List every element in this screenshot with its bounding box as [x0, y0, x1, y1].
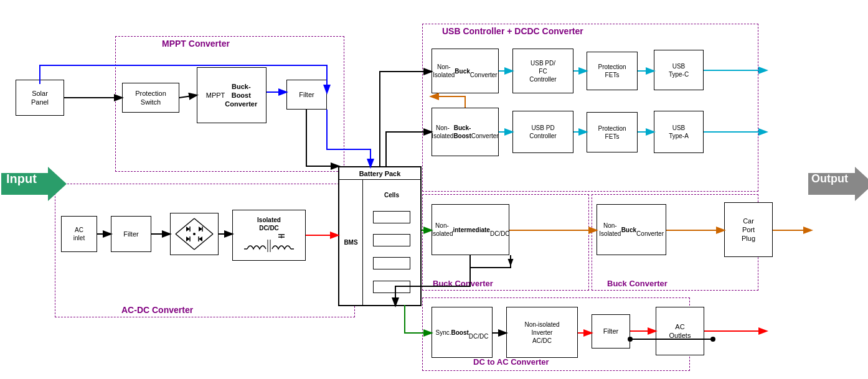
acdc-region-label: AC-DC Converter	[121, 305, 193, 315]
filter-mid-block: Filter	[111, 216, 151, 252]
mppt-region-label: MPPT Converter	[162, 39, 230, 49]
non-iso-intermediate-block: Non-IsolatedintermediateDC/DC	[432, 204, 509, 255]
svg-line-5	[176, 218, 194, 234]
prot-fets2-block: ProtectionFETs	[587, 112, 638, 152]
usb-typec-block: USBType-C	[654, 50, 704, 90]
ac-inlet-block: ACinlet	[61, 216, 97, 252]
svg-line-2	[194, 218, 213, 234]
non-iso-buck1-block: Non-IsolatedBuckConverter	[432, 49, 499, 93]
svg-point-14	[193, 233, 196, 235]
usb-pd-fc-block: USB PD/FCController	[512, 49, 573, 93]
non-iso-inverter-block: Non-isolatedInverterAC/DC	[506, 307, 578, 358]
prot-fets1-block: ProtectionFETs	[587, 52, 638, 90]
diagram: MPPT Converter AC-DC Converter USB Contr…	[0, 0, 868, 379]
filter-top-block: Filter	[286, 80, 327, 110]
svg-marker-8	[186, 236, 190, 241]
usb-region-label: USB Controller + DCDC Converter	[442, 26, 583, 36]
filter-bot-block: Filter	[592, 314, 630, 349]
svg-marker-12	[186, 227, 190, 232]
sync-boost-block: Sync.BoostDC/DC	[432, 307, 493, 358]
svg-marker-6	[199, 227, 202, 232]
svg-line-3	[194, 234, 213, 250]
buck1-region-label: Buck Converter	[433, 279, 493, 288]
car-port-plug-block: CarPortPlug	[724, 202, 773, 257]
bridge-rect-block	[170, 213, 219, 255]
non-iso-buck2-block: Non-IsolatedBuckConverter	[597, 204, 666, 255]
svg-marker-10	[199, 236, 202, 241]
solar-panel-block: SolarPanel	[16, 80, 64, 116]
battery-pack-block: Battery Pack BMS Cells	[338, 166, 422, 306]
isolated-dcdc-block: IsolatedDC/DC	[232, 210, 306, 261]
svg-point-48	[710, 337, 715, 342]
svg-line-4	[176, 234, 194, 250]
output-arrow: Output	[808, 167, 868, 201]
non-iso-buckboost-block: Non-IsolatedBuck-BoostConverter	[432, 108, 499, 156]
usb-typea-block: USBType-A	[654, 111, 704, 153]
protection-switch-block: ProtectionSwitch	[122, 83, 179, 113]
input-arrow: Input	[1, 167, 67, 201]
ac-outlets-block: ACOutlets	[656, 307, 704, 355]
buck2-region-label: Buck Converter	[607, 279, 668, 288]
usb-pd2-block: USB PDController	[512, 111, 573, 153]
mppt-converter-block: MPPTBuck-BoostConverter	[197, 67, 267, 123]
dcac-region-label: DC to AC Converter	[473, 357, 549, 367]
